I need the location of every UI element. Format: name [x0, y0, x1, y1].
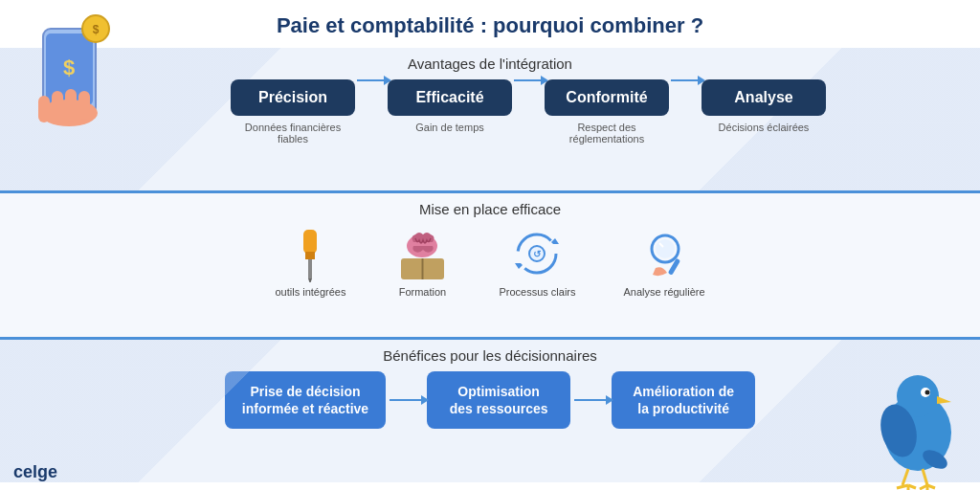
advantage-box-efficacite: Efficacité	[388, 79, 512, 116]
svg-rect-7	[52, 91, 63, 122]
benefit-label-amelioration: Amélioration de la productivité	[633, 384, 734, 416]
svg-point-36	[656, 239, 675, 258]
benefit-box-decision: Prise de décision informée et réactive	[225, 371, 386, 429]
tool-label-processus: Processus clairs	[499, 286, 575, 298]
advantage-box-conformite: Conformité	[545, 79, 669, 116]
svg-point-13	[925, 390, 930, 395]
section-benefits: Bénéfices pour les décisionnaires Prise …	[0, 340, 980, 482]
benefit-connector-2	[574, 399, 608, 401]
magnify-icon	[635, 225, 693, 282]
svg-rect-27	[308, 259, 312, 278]
section3-title: Bénéfices pour les décisionnaires	[383, 347, 596, 364]
main-title: Paie et comptabilité : pourquoi combiner…	[0, 0, 980, 48]
section2-title: Mise en place efficace	[419, 201, 561, 217]
svg-text:↺: ↺	[533, 249, 542, 259]
svg-text:$: $	[63, 56, 75, 79]
connector-line-1	[357, 79, 386, 81]
advantage-item-efficacite: Efficacité Gain de temps	[388, 79, 512, 133]
hand-decoration: $ $	[10, 0, 144, 153]
advantage-item-conformite: Conformité Respect des réglementations	[545, 79, 669, 145]
advantage-subtitle-efficacite: Gain de temps	[415, 122, 484, 133]
section1-title: Avantages de l'intégration	[408, 56, 572, 72]
svg-rect-25	[303, 230, 317, 254]
section-advantages: Avantages de l'intégration Précision Don…	[0, 48, 980, 190]
advantage-subtitle-precision: Données financières fiables	[231, 122, 355, 145]
benefit-connector-line-2	[574, 399, 608, 401]
connector-line-2	[514, 79, 543, 81]
benefit-label-decision: Prise de décision informée et réactive	[242, 384, 368, 416]
benefit-box-optimisation: Optimisation des ressources	[427, 371, 570, 429]
svg-rect-9	[78, 91, 90, 120]
advantage-box-analyse: Analyse	[702, 79, 826, 116]
svg-line-21	[923, 469, 927, 485]
bird-decoration	[860, 346, 975, 490]
tool-label-outils: outils intégrées	[275, 286, 345, 298]
connector-2	[514, 79, 543, 100]
advantage-subtitle-conformite: Respect des réglementations	[545, 122, 669, 145]
advantage-box-precision: Précision	[231, 79, 355, 116]
svg-rect-8	[65, 89, 77, 122]
connector-line-3	[671, 79, 700, 81]
connector-3	[671, 79, 700, 100]
screwdriver-icon	[281, 225, 339, 282]
tool-item-processus: ↺ Processus clairs	[499, 225, 575, 298]
celge-logo: celge	[13, 462, 57, 482]
sections-container: Avantages de l'intégration Précision Don…	[0, 48, 980, 482]
benefit-connector-line-1	[390, 399, 423, 401]
svg-line-17	[902, 469, 908, 485]
advantage-item-analyse: Analyse Décisions éclairées	[702, 79, 826, 133]
svg-rect-26	[305, 252, 315, 259]
section-tools: Mise en place efficace outils intégrées	[0, 190, 980, 339]
tools-row: outils intégrées Formation	[19, 225, 961, 298]
svg-text:$: $	[93, 23, 100, 36]
svg-rect-6	[38, 96, 50, 122]
tool-item-outils: outils intégrées	[275, 225, 345, 298]
connector-1	[357, 79, 386, 100]
benefit-box-amelioration: Amélioration de la productivité	[612, 371, 755, 429]
svg-line-18	[897, 485, 908, 488]
tool-label-formation: Formation	[399, 286, 447, 298]
tool-label-analyse: Analyse régulière	[624, 286, 705, 298]
benefits-row: Prise de décision informée et réactive O…	[19, 371, 961, 429]
benefit-label-optimisation: Optimisation des ressources	[450, 384, 548, 416]
tool-item-analyse: Analyse régulière	[624, 225, 705, 298]
advantage-subtitle-analyse: Décisions éclairées	[719, 122, 810, 133]
advantages-row: Précision Données financières fiables Ef…	[57, 79, 980, 145]
svg-marker-14	[937, 396, 951, 404]
brain-icon	[393, 225, 451, 282]
sync-icon: ↺	[508, 225, 566, 282]
benefit-connector-1	[390, 399, 423, 401]
tool-item-formation: Formation	[393, 225, 451, 298]
advantage-item-precision: Précision Données financières fiables	[231, 79, 355, 145]
svg-marker-28	[308, 278, 312, 282]
